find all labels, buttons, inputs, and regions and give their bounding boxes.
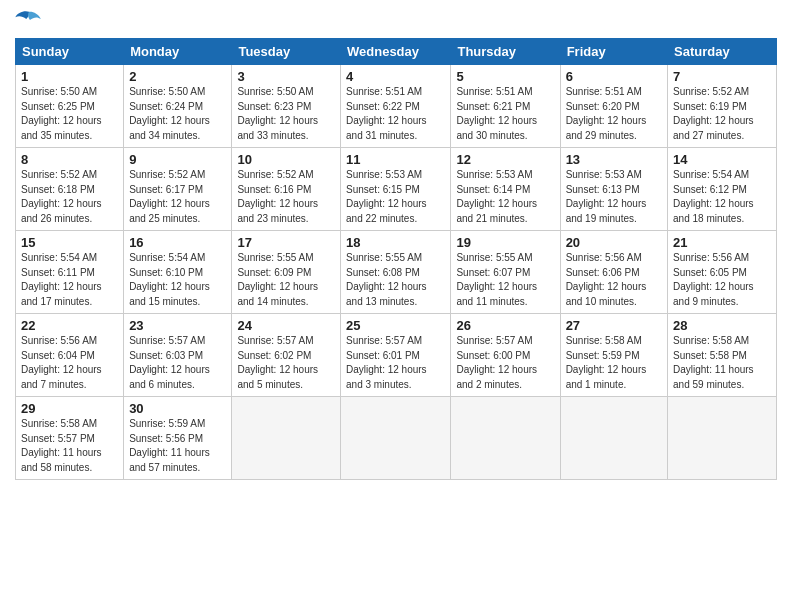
calendar-cell: 17Sunrise: 5:55 AM Sunset: 6:09 PM Dayli… bbox=[232, 231, 341, 314]
calendar-cell bbox=[341, 397, 451, 480]
day-number: 24 bbox=[237, 318, 335, 333]
day-info: Sunrise: 5:54 AM Sunset: 6:11 PM Dayligh… bbox=[21, 251, 118, 309]
calendar-cell: 24Sunrise: 5:57 AM Sunset: 6:02 PM Dayli… bbox=[232, 314, 341, 397]
day-info: Sunrise: 5:55 AM Sunset: 6:07 PM Dayligh… bbox=[456, 251, 554, 309]
day-number: 19 bbox=[456, 235, 554, 250]
day-number: 4 bbox=[346, 69, 445, 84]
day-info: Sunrise: 5:56 AM Sunset: 6:04 PM Dayligh… bbox=[21, 334, 118, 392]
day-info: Sunrise: 5:51 AM Sunset: 6:21 PM Dayligh… bbox=[456, 85, 554, 143]
calendar-cell: 18Sunrise: 5:55 AM Sunset: 6:08 PM Dayli… bbox=[341, 231, 451, 314]
day-info: Sunrise: 5:56 AM Sunset: 6:06 PM Dayligh… bbox=[566, 251, 662, 309]
calendar-cell: 21Sunrise: 5:56 AM Sunset: 6:05 PM Dayli… bbox=[668, 231, 777, 314]
day-number: 18 bbox=[346, 235, 445, 250]
calendar-week-row: 8Sunrise: 5:52 AM Sunset: 6:18 PM Daylig… bbox=[16, 148, 777, 231]
logo bbox=[15, 10, 47, 30]
calendar-day-header: Wednesday bbox=[341, 39, 451, 65]
calendar-cell: 27Sunrise: 5:58 AM Sunset: 5:59 PM Dayli… bbox=[560, 314, 667, 397]
day-number: 1 bbox=[21, 69, 118, 84]
day-info: Sunrise: 5:52 AM Sunset: 6:18 PM Dayligh… bbox=[21, 168, 118, 226]
calendar-cell: 6Sunrise: 5:51 AM Sunset: 6:20 PM Daylig… bbox=[560, 65, 667, 148]
day-number: 9 bbox=[129, 152, 226, 167]
calendar-cell: 8Sunrise: 5:52 AM Sunset: 6:18 PM Daylig… bbox=[16, 148, 124, 231]
day-number: 5 bbox=[456, 69, 554, 84]
calendar-cell bbox=[451, 397, 560, 480]
day-number: 6 bbox=[566, 69, 662, 84]
day-number: 16 bbox=[129, 235, 226, 250]
day-info: Sunrise: 5:57 AM Sunset: 6:02 PM Dayligh… bbox=[237, 334, 335, 392]
calendar-cell: 14Sunrise: 5:54 AM Sunset: 6:12 PM Dayli… bbox=[668, 148, 777, 231]
day-number: 28 bbox=[673, 318, 771, 333]
calendar-cell: 22Sunrise: 5:56 AM Sunset: 6:04 PM Dayli… bbox=[16, 314, 124, 397]
day-info: Sunrise: 5:52 AM Sunset: 6:19 PM Dayligh… bbox=[673, 85, 771, 143]
day-info: Sunrise: 5:53 AM Sunset: 6:13 PM Dayligh… bbox=[566, 168, 662, 226]
calendar-cell: 13Sunrise: 5:53 AM Sunset: 6:13 PM Dayli… bbox=[560, 148, 667, 231]
day-number: 12 bbox=[456, 152, 554, 167]
day-info: Sunrise: 5:52 AM Sunset: 6:17 PM Dayligh… bbox=[129, 168, 226, 226]
day-number: 23 bbox=[129, 318, 226, 333]
day-info: Sunrise: 5:57 AM Sunset: 6:01 PM Dayligh… bbox=[346, 334, 445, 392]
calendar-cell: 16Sunrise: 5:54 AM Sunset: 6:10 PM Dayli… bbox=[124, 231, 232, 314]
day-number: 30 bbox=[129, 401, 226, 416]
day-info: Sunrise: 5:58 AM Sunset: 5:57 PM Dayligh… bbox=[21, 417, 118, 475]
calendar-cell: 11Sunrise: 5:53 AM Sunset: 6:15 PM Dayli… bbox=[341, 148, 451, 231]
calendar-week-row: 22Sunrise: 5:56 AM Sunset: 6:04 PM Dayli… bbox=[16, 314, 777, 397]
calendar-week-row: 1Sunrise: 5:50 AM Sunset: 6:25 PM Daylig… bbox=[16, 65, 777, 148]
day-info: Sunrise: 5:52 AM Sunset: 6:16 PM Dayligh… bbox=[237, 168, 335, 226]
logo-bird-icon bbox=[15, 10, 43, 30]
calendar-cell: 20Sunrise: 5:56 AM Sunset: 6:06 PM Dayli… bbox=[560, 231, 667, 314]
calendar-cell: 19Sunrise: 5:55 AM Sunset: 6:07 PM Dayli… bbox=[451, 231, 560, 314]
calendar-cell: 12Sunrise: 5:53 AM Sunset: 6:14 PM Dayli… bbox=[451, 148, 560, 231]
calendar-day-header: Thursday bbox=[451, 39, 560, 65]
calendar-table: SundayMondayTuesdayWednesdayThursdayFrid… bbox=[15, 38, 777, 480]
day-info: Sunrise: 5:57 AM Sunset: 6:03 PM Dayligh… bbox=[129, 334, 226, 392]
calendar-day-header: Friday bbox=[560, 39, 667, 65]
day-info: Sunrise: 5:56 AM Sunset: 6:05 PM Dayligh… bbox=[673, 251, 771, 309]
day-info: Sunrise: 5:58 AM Sunset: 5:58 PM Dayligh… bbox=[673, 334, 771, 392]
calendar-cell bbox=[232, 397, 341, 480]
day-info: Sunrise: 5:51 AM Sunset: 6:20 PM Dayligh… bbox=[566, 85, 662, 143]
page-header bbox=[15, 10, 777, 30]
day-info: Sunrise: 5:57 AM Sunset: 6:00 PM Dayligh… bbox=[456, 334, 554, 392]
day-info: Sunrise: 5:50 AM Sunset: 6:24 PM Dayligh… bbox=[129, 85, 226, 143]
day-number: 3 bbox=[237, 69, 335, 84]
day-info: Sunrise: 5:50 AM Sunset: 6:23 PM Dayligh… bbox=[237, 85, 335, 143]
calendar-cell: 9Sunrise: 5:52 AM Sunset: 6:17 PM Daylig… bbox=[124, 148, 232, 231]
calendar-cell: 2Sunrise: 5:50 AM Sunset: 6:24 PM Daylig… bbox=[124, 65, 232, 148]
day-number: 8 bbox=[21, 152, 118, 167]
calendar-cell: 3Sunrise: 5:50 AM Sunset: 6:23 PM Daylig… bbox=[232, 65, 341, 148]
day-number: 27 bbox=[566, 318, 662, 333]
calendar-day-header: Sunday bbox=[16, 39, 124, 65]
day-number: 2 bbox=[129, 69, 226, 84]
calendar-cell bbox=[668, 397, 777, 480]
calendar-week-row: 15Sunrise: 5:54 AM Sunset: 6:11 PM Dayli… bbox=[16, 231, 777, 314]
calendar-header-row: SundayMondayTuesdayWednesdayThursdayFrid… bbox=[16, 39, 777, 65]
calendar-cell: 5Sunrise: 5:51 AM Sunset: 6:21 PM Daylig… bbox=[451, 65, 560, 148]
day-number: 7 bbox=[673, 69, 771, 84]
day-number: 11 bbox=[346, 152, 445, 167]
day-info: Sunrise: 5:58 AM Sunset: 5:59 PM Dayligh… bbox=[566, 334, 662, 392]
day-number: 14 bbox=[673, 152, 771, 167]
calendar-cell: 28Sunrise: 5:58 AM Sunset: 5:58 PM Dayli… bbox=[668, 314, 777, 397]
day-number: 17 bbox=[237, 235, 335, 250]
calendar-cell: 26Sunrise: 5:57 AM Sunset: 6:00 PM Dayli… bbox=[451, 314, 560, 397]
calendar-cell: 1Sunrise: 5:50 AM Sunset: 6:25 PM Daylig… bbox=[16, 65, 124, 148]
day-number: 15 bbox=[21, 235, 118, 250]
day-number: 25 bbox=[346, 318, 445, 333]
day-info: Sunrise: 5:53 AM Sunset: 6:15 PM Dayligh… bbox=[346, 168, 445, 226]
calendar-cell: 4Sunrise: 5:51 AM Sunset: 6:22 PM Daylig… bbox=[341, 65, 451, 148]
day-number: 22 bbox=[21, 318, 118, 333]
calendar-week-row: 29Sunrise: 5:58 AM Sunset: 5:57 PM Dayli… bbox=[16, 397, 777, 480]
day-info: Sunrise: 5:55 AM Sunset: 6:09 PM Dayligh… bbox=[237, 251, 335, 309]
day-number: 26 bbox=[456, 318, 554, 333]
day-info: Sunrise: 5:53 AM Sunset: 6:14 PM Dayligh… bbox=[456, 168, 554, 226]
day-info: Sunrise: 5:51 AM Sunset: 6:22 PM Dayligh… bbox=[346, 85, 445, 143]
day-number: 29 bbox=[21, 401, 118, 416]
day-info: Sunrise: 5:54 AM Sunset: 6:10 PM Dayligh… bbox=[129, 251, 226, 309]
calendar-cell: 23Sunrise: 5:57 AM Sunset: 6:03 PM Dayli… bbox=[124, 314, 232, 397]
day-info: Sunrise: 5:55 AM Sunset: 6:08 PM Dayligh… bbox=[346, 251, 445, 309]
calendar-day-header: Tuesday bbox=[232, 39, 341, 65]
calendar-cell: 29Sunrise: 5:58 AM Sunset: 5:57 PM Dayli… bbox=[16, 397, 124, 480]
calendar-cell: 7Sunrise: 5:52 AM Sunset: 6:19 PM Daylig… bbox=[668, 65, 777, 148]
calendar-cell: 25Sunrise: 5:57 AM Sunset: 6:01 PM Dayli… bbox=[341, 314, 451, 397]
calendar-cell: 30Sunrise: 5:59 AM Sunset: 5:56 PM Dayli… bbox=[124, 397, 232, 480]
